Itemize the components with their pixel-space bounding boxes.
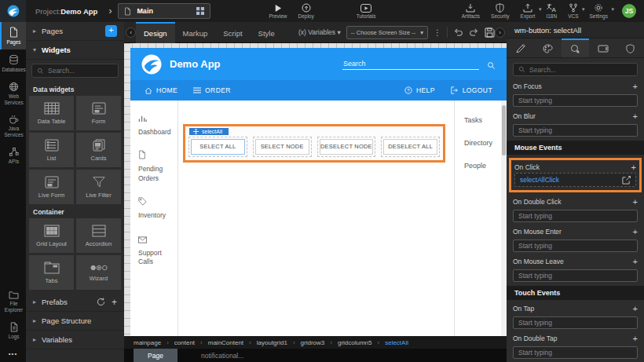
add-event-icon[interactable]: + [633,228,638,236]
collapse-right-panel-button[interactable]: › [495,27,505,38]
redo-icon[interactable] [469,27,479,37]
palette-section-page-structure[interactable]: ▸ Page Structure [26,312,124,331]
screen-size-select[interactable]: -- Choose Screen Size --▾ [346,26,428,39]
breadcrumb-item[interactable]: gridrow3 [301,339,325,346]
tab-markup[interactable]: Markup [175,22,216,43]
add-event-icon[interactable]: + [633,198,638,206]
bottom-tab-notification[interactable]: notificational... [201,349,243,362]
add-page-button[interactable]: + [105,25,117,37]
selected-widget-outline[interactable]: selectAll SELECT ALL SELECT NODE DESELEC… [183,124,445,163]
add-event-icon[interactable]: + [633,112,638,120]
tab-script[interactable]: Script [215,22,250,43]
rail-item-apis[interactable]: APIs [0,142,26,169]
rail-item-pages[interactable]: Pages [0,22,26,49]
edit-script-icon[interactable] [622,176,631,185]
bottom-tab-page[interactable]: Page [134,349,177,362]
collapse-left-panel-button[interactable]: ‹ [126,27,136,38]
sidenav-inventory[interactable]: Inventory [138,195,177,220]
rightnav-tasks[interactable]: Tasks [464,116,501,124]
palette-section-pages[interactable]: ▸ Pages + [26,22,124,41]
widget-cards[interactable]: Cards [76,133,121,167]
widget-accordion[interactable]: Accordion [76,218,121,253]
on-mouse-enter-input[interactable] [513,240,638,252]
rail-item-logs[interactable]: Logs [0,317,26,344]
on-mouse-leave-input[interactable] [513,269,638,282]
tab-styles[interactable] [534,38,562,57]
widget-search-input[interactable] [48,67,111,75]
preview-button[interactable]: Preview [269,4,287,19]
on-tap-input[interactable] [513,316,638,329]
add-event-icon[interactable]: + [633,335,638,342]
export-button[interactable]: Export ▾ [521,3,536,19]
tab-security[interactable] [617,38,644,57]
events-search-input[interactable] [529,66,624,74]
palette-section-prefabs[interactable]: ▸ Prefabs + [26,293,124,312]
rail-item-file-explorer[interactable]: File Explorer [0,286,26,317]
widget-live-form[interactable]: Live Form [29,170,74,204]
search-icon[interactable] [487,61,496,70]
nav-logout[interactable]: LOGOUT [451,86,492,94]
more-icon[interactable]: ••• [0,344,26,362]
user-avatar[interactable]: JS [622,4,636,18]
select-all-button[interactable]: SELECT ALL [191,139,245,155]
on-focus-input[interactable] [513,94,638,107]
vcs-button[interactable]: VCS ▾ [568,3,578,19]
rail-item-java-services[interactable]: Java Services [0,109,26,142]
rail-item-databases[interactable]: Databases [0,49,26,77]
breadcrumb-item[interactable]: content [174,339,195,346]
save-icon[interactable] [485,27,495,38]
breadcrumb-item[interactable]: mainContent [208,339,243,346]
palette-section-widgets[interactable]: ▾ Widgets [26,41,124,60]
tab-style[interactable]: Style [251,22,283,43]
widget-tabs[interactable]: Tabs [29,255,74,290]
widget-selection-tag[interactable]: selectAll [189,128,229,135]
tab-properties[interactable] [507,38,534,57]
rail-item-web-services[interactable]: Web Services [0,77,26,110]
page-selector[interactable]: Main [118,3,210,19]
rightnav-directory[interactable]: Directory [464,139,501,147]
on-click-handler-link[interactable]: selectAllClick [520,176,622,184]
widget-wizard[interactable]: Wizard [76,255,121,290]
add-prefab-button[interactable]: + [112,297,117,308]
tab-design[interactable]: Design [136,22,175,43]
deselect-all-button[interactable]: DESELECT ALL [383,139,437,155]
breadcrumb-item[interactable]: mainpage [134,339,161,346]
nav-order[interactable]: ORDER [193,86,231,94]
canvas-scrollbar[interactable] [501,101,507,336]
widget-form[interactable]: Form [76,96,121,130]
deselect-node-button[interactable]: DESELECT NODE [320,139,374,155]
artifacts-button[interactable]: Artifacts [462,3,480,19]
variables-dropdown[interactable]: (x) Variables ▾ [298,28,341,36]
add-event-icon[interactable]: + [633,258,638,265]
breadcrumb-item[interactable]: gridcolumn5 [338,339,372,346]
more-options-icon[interactable]: ⋮ [434,28,441,37]
tab-events[interactable] [562,38,589,57]
breadcrumb-item-active[interactable]: selectAll [385,339,408,346]
sidenav-support-calls[interactable]: Support Calls [138,232,177,267]
wavemaker-logo[interactable] [0,0,26,22]
nav-home[interactable]: HOME [145,86,177,94]
app-search-input[interactable] [342,58,479,70]
settings-button[interactable]: Settings ▾ [590,3,609,19]
add-event-icon[interactable]: + [633,82,638,90]
rightnav-people[interactable]: People [464,162,501,170]
on-double-click-input[interactable] [513,210,638,222]
select-node-button[interactable]: SELECT NODE [255,139,309,155]
palette-section-variables[interactable]: ▸ Variables [26,331,124,349]
widget-data-table[interactable]: Data Table [29,96,74,130]
widget-grid-layout[interactable]: Grid Layout [29,218,74,253]
sidenav-dashboard[interactable]: Dashboard [138,112,177,137]
grid-view-icon[interactable] [196,7,204,15]
on-double-tap-input[interactable] [513,346,638,359]
add-event-icon[interactable]: + [631,163,636,171]
sidenav-pending-orders[interactable]: Pending Orders [138,148,177,183]
scrollbar-thumb[interactable] [502,105,506,155]
security-button[interactable]: Security [491,3,509,19]
tutorials-button[interactable]: Tutorials [357,4,376,19]
breadcrumb-item[interactable]: layoutgrid1 [257,339,287,346]
deploy-button[interactable]: Deploy [298,3,314,19]
refresh-icon[interactable] [97,298,105,306]
on-blur-input[interactable] [513,124,638,137]
nav-help[interactable]: ? HELP [404,86,435,94]
add-event-icon[interactable]: + [633,305,638,313]
